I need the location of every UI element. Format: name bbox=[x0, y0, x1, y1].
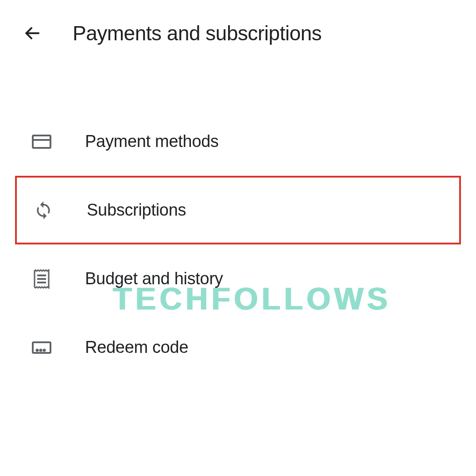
svg-point-8 bbox=[40, 349, 41, 351]
page-title: Payments and subscriptions bbox=[73, 21, 321, 45]
redeem-code-icon bbox=[31, 337, 52, 358]
menu-item-subscriptions[interactable]: Subscriptions bbox=[15, 176, 461, 244]
menu-item-label: Payment methods bbox=[85, 132, 219, 151]
menu-item-redeem-code[interactable]: Redeem code bbox=[15, 313, 461, 382]
menu-item-label: Budget and history bbox=[85, 269, 223, 288]
menu-item-budget-history[interactable]: Budget and history bbox=[15, 244, 461, 313]
svg-rect-1 bbox=[33, 135, 50, 148]
header: Payments and subscriptions bbox=[0, 0, 476, 45]
menu-item-payment-methods[interactable]: Payment methods bbox=[15, 107, 461, 176]
menu-item-label: Redeem code bbox=[85, 338, 188, 357]
receipt-icon bbox=[31, 268, 52, 290]
credit-card-icon bbox=[31, 131, 52, 152]
menu-list: Payment methods Subscriptions Budget and… bbox=[0, 107, 476, 382]
refresh-icon bbox=[33, 200, 54, 221]
back-button[interactable] bbox=[23, 23, 43, 43]
arrow-back-icon bbox=[23, 23, 43, 43]
menu-item-label: Subscriptions bbox=[87, 201, 186, 220]
svg-point-9 bbox=[43, 349, 45, 351]
svg-point-7 bbox=[36, 349, 38, 351]
